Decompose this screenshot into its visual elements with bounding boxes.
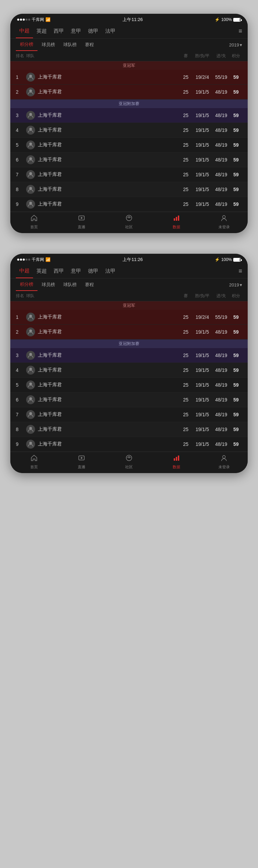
subtab2-players[interactable]: 球员榜 [37, 279, 59, 291]
status-right: ⚡ 100% [215, 17, 241, 22]
tab-yijia[interactable]: 意甲 [67, 24, 85, 38]
rank2-3: 3 [16, 353, 26, 358]
team2-name-1: 上海千库君 [38, 314, 180, 320]
avatar2-3 [26, 351, 35, 360]
tab2-zhongchao[interactable]: 中超 [16, 264, 33, 278]
tab-fajia[interactable]: 法甲 [102, 24, 119, 38]
gd2-5: 48/19 [213, 382, 230, 388]
table-row[interactable]: 5 上海千库君 25 19/1/5 48/19 59 [10, 378, 248, 393]
match-9: 25 [180, 201, 192, 207]
subtab2-teams[interactable]: 球队榜 [59, 279, 81, 291]
filter-icon[interactable]: ≡ [238, 28, 242, 35]
zone-afcplay-label: 亚冠附加赛 [10, 100, 248, 108]
table-row[interactable]: 9 上海千库君 25 19/1/5 48/19 59 [10, 197, 248, 212]
table-row[interactable]: 5 上海千库君 25 19/1/5 48/19 59 [10, 138, 248, 153]
tab-zhongchao[interactable]: 中超 [16, 24, 33, 38]
pts-6: 59 [230, 157, 242, 163]
svg-point-0 [29, 75, 32, 77]
match2-2: 25 [180, 329, 192, 335]
nav-data[interactable]: 数据 [153, 214, 200, 230]
year-selector-2[interactable]: 2019 ▾ [229, 282, 242, 287]
table-row[interactable]: 4 上海千库君 25 19/1/5 48/19 59 [10, 123, 248, 138]
nav2-user[interactable]: 未登录 [200, 454, 248, 470]
svg-point-8 [29, 202, 32, 205]
table-row[interactable]: 7 上海千库君 25 19/1/5 48/19 59 [10, 407, 248, 422]
match-5: 25 [180, 142, 192, 148]
nav2-user-label: 未登录 [218, 464, 230, 470]
table-row[interactable]: 1 上海千库君 25 19/2/4 55/19 59 [10, 310, 248, 325]
nav-user[interactable]: 未登录 [200, 214, 248, 230]
nav-community[interactable]: 社区 [105, 214, 153, 230]
svg-point-3 [29, 128, 32, 130]
tab-xijia[interactable]: 西甲 [50, 24, 67, 38]
pts-4: 59 [230, 127, 242, 133]
table-row[interactable]: 8 上海千库君 25 19/1/5 48/19 59 [10, 422, 248, 437]
bottom-nav: 首页 直播 [10, 212, 248, 233]
tab2-yingchao[interactable]: 英超 [33, 264, 50, 278]
avatar2-8 [26, 425, 35, 434]
wifi-icon-2: 📶 [45, 257, 51, 262]
tab2-xijia[interactable]: 西甲 [50, 264, 67, 278]
table-row[interactable]: 2 上海千库君 25 19/1/5 48/19 59 [10, 85, 248, 100]
bluetooth-icon-2: ⚡ [215, 257, 220, 262]
rank2-5: 5 [16, 382, 26, 388]
team2-name-3: 上海千库君 [38, 352, 180, 358]
match-7: 25 [180, 172, 192, 177]
table-row[interactable]: 4 上海千库君 25 19/1/5 48/19 59 [10, 363, 248, 378]
tab2-fajia[interactable]: 法甲 [102, 264, 119, 278]
subtab2-schedule[interactable]: 赛程 [81, 279, 98, 291]
table-row[interactable]: 8 上海千库君 25 19/1/5 48/19 59 [10, 182, 248, 197]
wdl2-5: 19/1/5 [192, 382, 213, 388]
header2-wdl: 胜/负/平 [192, 293, 213, 299]
filter-icon-2[interactable]: ≡ [238, 268, 242, 275]
match2-3: 25 [180, 353, 192, 358]
nav-home[interactable]: 首页 [10, 214, 58, 230]
nav2-community[interactable]: 社区 [105, 454, 153, 470]
gd-1: 55/19 [213, 74, 230, 80]
table-header: 排名 球队 赛 胜/负/平 进/失 积分 [10, 51, 248, 61]
svg-point-29 [128, 457, 130, 458]
table-row[interactable]: 6 上海千库君 25 19/1/5 48/19 59 [10, 153, 248, 167]
tab-dejia[interactable]: 德甲 [85, 24, 102, 38]
wifi-icon: 📶 [45, 17, 51, 22]
subtab-players[interactable]: 球员榜 [37, 39, 59, 51]
tab2-yijia[interactable]: 意甲 [67, 264, 85, 278]
subtab2-standings[interactable]: 积分榜 [16, 279, 37, 291]
subtab-teams[interactable]: 球队榜 [59, 39, 81, 51]
table-row[interactable]: 2 上海千库君 25 19/1/5 48/19 59 [10, 325, 248, 339]
rank2-2: 2 [16, 329, 26, 335]
wdl-1: 19/2/4 [192, 74, 213, 80]
gd-4: 48/19 [213, 127, 230, 133]
team-name-1: 上海千库君 [38, 74, 180, 80]
table-row[interactable]: 1 上海千库君 25 19/2/4 55/19 59 [10, 70, 248, 85]
nav2-data[interactable]: 数据 [153, 454, 200, 470]
match-1: 25 [180, 74, 192, 80]
table-row[interactable]: 3 上海千库君 25 19/1/5 48/19 59 [10, 348, 248, 363]
tab-yingchao[interactable]: 英超 [33, 24, 50, 38]
svg-point-2 [29, 113, 32, 116]
team-name-2: 上海千库君 [38, 89, 180, 95]
rank2-1: 1 [16, 314, 26, 320]
table-row[interactable]: 7 上海千库君 25 19/1/5 48/19 59 [10, 167, 248, 182]
svg-point-21 [29, 383, 32, 385]
table-row[interactable]: 9 上海千库君 25 19/1/5 48/19 59 [10, 437, 248, 452]
nav2-live[interactable]: 直播 [58, 454, 105, 470]
match2-4: 25 [180, 367, 192, 373]
table-row[interactable]: 3 上海千库君 25 19/1/5 48/19 59 [10, 108, 248, 123]
tab2-dejia[interactable]: 德甲 [85, 264, 102, 278]
svg-marker-27 [81, 457, 83, 459]
year-selector[interactable]: 2019 ▾ [229, 42, 242, 48]
match2-7: 25 [180, 412, 192, 417]
table-row[interactable]: 6 上海千库君 25 19/1/5 48/19 59 [10, 393, 248, 407]
subtab-standings[interactable]: 积分榜 [16, 39, 37, 51]
svg-point-33 [223, 456, 225, 458]
rank2-9: 9 [16, 441, 26, 447]
header2-rank: 排名 [16, 293, 26, 299]
table-header-2: 排名 球队 赛 胜/负/平 进/失 积分 [10, 291, 248, 301]
year-value: 2019 [229, 42, 239, 48]
subtab-schedule[interactable]: 赛程 [81, 39, 98, 51]
nav-live[interactable]: 直播 [58, 214, 105, 230]
nav2-home[interactable]: 首页 [10, 454, 58, 470]
rank-2: 2 [16, 89, 26, 95]
status-bar-1: 千库网 📶 上午11:26 ⚡ 100% [10, 14, 248, 24]
